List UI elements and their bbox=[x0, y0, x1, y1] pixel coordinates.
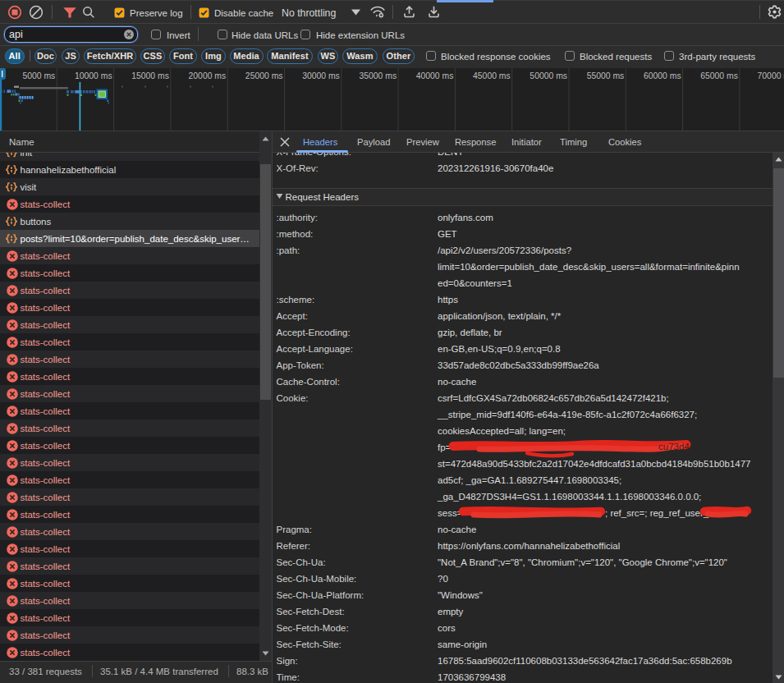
svg-text:50000 ms: 50000 ms bbox=[530, 71, 567, 80]
svg-text:5000 ms: 5000 ms bbox=[22, 71, 55, 80]
svg-text:25000 ms: 25000 ms bbox=[245, 71, 283, 80]
svg-text:60000 ms: 60000 ms bbox=[644, 71, 681, 80]
svg-text:40000 ms: 40000 ms bbox=[416, 71, 454, 80]
svg-text:cu73d4;: cu73d4; bbox=[658, 442, 692, 452]
svg-text:70000 ms: 70000 ms bbox=[758, 71, 784, 80]
svg-text:55000 ms: 55000 ms bbox=[587, 71, 625, 80]
svg-text:65000 ms: 65000 ms bbox=[700, 71, 738, 80]
svg-text:30000 ms: 30000 ms bbox=[302, 71, 340, 80]
svg-text:15000 ms: 15000 ms bbox=[131, 71, 169, 80]
svg-text:10000 ms: 10000 ms bbox=[75, 71, 112, 80]
svg-text:20000 ms: 20000 ms bbox=[189, 71, 227, 80]
svg-text:35000 ms: 35000 ms bbox=[359, 71, 397, 80]
svg-text:45000 ms: 45000 ms bbox=[473, 71, 511, 80]
